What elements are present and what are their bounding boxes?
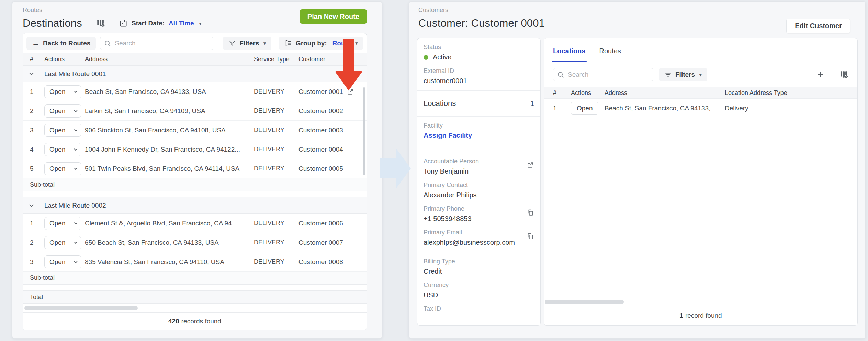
row-number: 3 (30, 258, 44, 266)
filters-dropdown[interactable]: Filters ▾ (659, 68, 707, 81)
column-header-number: # (553, 89, 571, 97)
assign-facility-link[interactable]: Assign Facility (424, 132, 534, 140)
row-customer: Customer 0003 (298, 126, 360, 134)
open-split-button[interactable]: Open (44, 143, 81, 156)
search-box (100, 37, 213, 50)
page-title: Destinations (23, 17, 82, 30)
locations-summary-row[interactable]: Locations 1 (417, 91, 540, 117)
open-person-external-link-icon[interactable] (527, 161, 534, 169)
collapse-chevron-icon[interactable] (30, 205, 44, 206)
tab-bar: Locations Routes (544, 38, 857, 62)
subtotal-row: Sub-total (23, 178, 367, 191)
search-icon (104, 40, 112, 47)
row-customer: Customer 0008 (298, 258, 360, 266)
start-date-dropdown[interactable]: Start Date: All Time ▾ (119, 19, 201, 28)
status-dot-icon (424, 55, 428, 60)
open-button-label[interactable]: Open (45, 107, 70, 115)
copy-email-icon[interactable] (527, 232, 534, 240)
accountable-person-field: Accountable Person Tony Benjamin (424, 158, 534, 175)
start-date-label: Start Date: (132, 20, 165, 27)
columns-settings-icon[interactable] (96, 19, 105, 28)
horizontal-scrollbar (544, 298, 857, 306)
search-box (553, 68, 653, 81)
back-to-routes-label: Back to Routes (43, 40, 90, 47)
edit-customer-button[interactable]: Edit Customer (786, 19, 850, 33)
column-header-actions: Actions (44, 56, 85, 63)
billing-type-field: Billing Type Credit (424, 258, 534, 275)
columns-settings-icon[interactable] (839, 70, 848, 79)
table-row: 2 Open 650 Beach St, San Francisco, CA 9… (23, 233, 367, 252)
horizontal-scrollbar-thumb[interactable] (545, 300, 624, 304)
breadcrumb[interactable]: Customers (418, 7, 850, 14)
primary-email-label: Primary Email (424, 229, 534, 236)
row-number: 2 (30, 107, 44, 115)
open-dropdown-chevron[interactable] (70, 105, 81, 117)
open-dropdown-chevron[interactable] (70, 124, 81, 136)
open-button-label[interactable]: Open (45, 165, 70, 173)
add-location-button[interactable]: + (817, 71, 824, 78)
open-button-label[interactable]: Open (45, 239, 70, 246)
search-input[interactable] (100, 37, 213, 50)
facility-field: Facility Assign Facility (417, 117, 540, 152)
horizontal-scrollbar-thumb[interactable] (24, 306, 138, 310)
open-dropdown-chevron[interactable] (70, 256, 81, 268)
open-split-button[interactable]: Open (44, 236, 81, 249)
search-icon (557, 71, 565, 79)
red-annotation-arrow (335, 38, 362, 90)
search-input[interactable] (553, 68, 653, 81)
open-button[interactable]: Open (571, 102, 598, 115)
table-row: 4 Open 1004 John F Kennedy Dr, San Franc… (23, 140, 367, 159)
table-row: 2 Open Larkin St, San Francisco, CA 9410… (23, 101, 367, 121)
open-button-label[interactable]: Open (45, 126, 70, 134)
open-dropdown-chevron[interactable] (70, 143, 81, 156)
column-header-service-type: Service Type (254, 56, 298, 63)
tab-routes[interactable]: Routes (599, 47, 621, 62)
total-row: Total (23, 290, 367, 304)
open-split-button[interactable]: Open (44, 104, 81, 118)
open-dropdown-chevron[interactable] (70, 236, 81, 249)
open-button-label[interactable]: Open (45, 88, 70, 96)
back-to-routes-button[interactable]: ← Back to Routes (26, 37, 96, 50)
primary-email-value: alexphlps@businesscorp.com (424, 239, 534, 246)
start-date-value[interactable]: All Time (169, 20, 194, 27)
open-split-button[interactable]: Open (44, 124, 81, 137)
facility-label: Facility (424, 122, 534, 129)
open-button-label[interactable]: Open (45, 146, 70, 153)
status-field: Status Active (424, 44, 534, 61)
external-id-field: External ID customer0001 (424, 67, 534, 85)
open-split-button[interactable]: Open (44, 162, 81, 175)
open-dropdown-chevron[interactable] (70, 163, 81, 175)
filters-label: Filters (675, 71, 695, 78)
open-dropdown-chevron[interactable] (70, 217, 81, 230)
row-address: 835 Valencia St, San Francisco, CA 94110… (85, 258, 254, 266)
primary-phone-label: Primary Phone (424, 205, 534, 212)
spacer (23, 285, 367, 290)
open-split-button[interactable]: Open (44, 217, 81, 230)
tab-locations[interactable]: Locations (553, 47, 585, 62)
open-split-button[interactable]: Open (44, 85, 81, 98)
currency-label: Currency (424, 282, 534, 289)
table-header-row: # Actions Address Location Address Type (544, 87, 857, 99)
open-button-label[interactable]: Open (45, 220, 70, 227)
table-row: 3 Open 835 Valencia St, San Francisco, C… (23, 252, 367, 272)
customer-name: Customer 0003 (298, 126, 343, 134)
chevron-down-icon: ▾ (199, 21, 202, 26)
plan-new-route-button[interactable]: Plan New Route (300, 9, 367, 24)
open-button-label[interactable]: Open (45, 258, 70, 266)
divider (89, 19, 89, 28)
table-row: 5 Open 501 Twin Peaks Blvd, San Francisc… (23, 159, 367, 178)
filters-dropdown[interactable]: Filters ▾ (223, 37, 271, 50)
locations-toolbar: Filters ▾ + (544, 62, 857, 87)
customer-name: Customer 0002 (298, 107, 343, 115)
primary-phone-value: +1 5053948853 (424, 215, 534, 223)
route-group-header[interactable]: Last Mile Route 0002 (23, 197, 367, 214)
transition-arrow (380, 143, 412, 194)
open-dropdown-chevron[interactable] (70, 86, 81, 98)
vertical-scrollbar-thumb[interactable] (363, 87, 365, 175)
collapse-chevron-icon[interactable] (30, 73, 44, 75)
open-split-button[interactable]: Open (44, 255, 81, 268)
customer-panel: Customers Customer: Customer 0001 Edit C… (409, 1, 866, 339)
row-number: 1 (553, 104, 571, 112)
route-group-header[interactable]: Last Mile Route 0001 (23, 66, 367, 82)
copy-phone-icon[interactable] (527, 209, 534, 216)
